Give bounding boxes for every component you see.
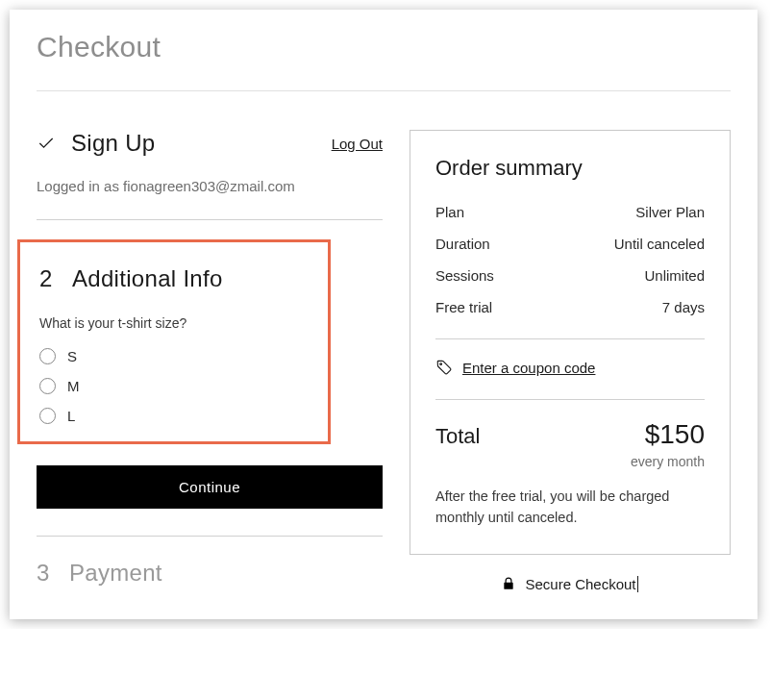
- checkout-page: Checkout Sign Up Log Out Logged in as fi…: [10, 10, 758, 619]
- page-title: Checkout: [37, 31, 731, 63]
- radio-label: L: [67, 408, 75, 424]
- tshirt-question: What is your t-shirt size?: [39, 315, 309, 331]
- summary-value: Until canceled: [614, 236, 705, 252]
- coupon-row: Enter a coupon code: [435, 359, 705, 376]
- step-signup-header: Sign Up Log Out: [37, 130, 383, 157]
- summary-row-plan: Plan Silver Plan: [435, 204, 705, 220]
- total-note: After the free trial, you will be charge…: [435, 487, 705, 529]
- lock-icon: [502, 576, 515, 591]
- radio-label: S: [67, 348, 77, 364]
- summary-label: Duration: [435, 236, 490, 252]
- summary-column: Order summary Plan Silver Plan Duration …: [410, 130, 731, 592]
- radio-circle-icon: [39, 378, 56, 394]
- secure-checkout-row: Secure Checkout: [410, 576, 731, 592]
- summary-label: Sessions: [435, 267, 494, 284]
- step-payment-title: Payment: [69, 560, 162, 587]
- total-frequency: every month: [435, 454, 705, 469]
- total-amount: $150: [645, 419, 705, 450]
- summary-value: 7 days: [662, 299, 705, 315]
- additional-divider: [37, 536, 383, 537]
- step-signup-title: Sign Up: [71, 130, 155, 157]
- logged-in-text: Logged in as fionagreen303@zmail.com: [37, 178, 383, 194]
- logout-link[interactable]: Log Out: [332, 136, 383, 152]
- radio-circle-icon: [39, 408, 56, 424]
- secure-checkout-label: Secure Checkout: [525, 576, 637, 592]
- step-additional-header: 2 Additional Info: [39, 265, 309, 292]
- signup-divider: [37, 219, 383, 220]
- tshirt-radio-group: S M L: [39, 348, 309, 424]
- tag-icon: [435, 359, 453, 376]
- radio-option-s[interactable]: S: [39, 348, 309, 364]
- check-icon: [37, 134, 56, 153]
- step-number-3: 3: [37, 560, 54, 587]
- radio-option-l[interactable]: L: [39, 408, 309, 424]
- header-divider: [37, 90, 731, 91]
- summary-row-sessions: Sessions Unlimited: [435, 267, 705, 284]
- order-summary-box: Order summary Plan Silver Plan Duration …: [410, 130, 731, 555]
- continue-button[interactable]: Continue: [37, 465, 383, 509]
- svg-point-0: [440, 363, 442, 365]
- total-label: Total: [435, 424, 480, 449]
- summary-label: Plan: [435, 204, 464, 220]
- steps-column: Sign Up Log Out Logged in as fionagreen3…: [37, 130, 383, 592]
- summary-value: Silver Plan: [635, 204, 705, 220]
- summary-title: Order summary: [435, 156, 705, 181]
- summary-row-freetrial: Free trial 7 days: [435, 299, 705, 315]
- step-number-2: 2: [39, 265, 57, 292]
- summary-divider-2: [435, 399, 705, 400]
- summary-row-duration: Duration Until canceled: [435, 236, 705, 252]
- step-signup-left: Sign Up: [37, 130, 155, 157]
- total-row: Total $150: [435, 419, 705, 450]
- step-payment-header: 3 Payment: [37, 560, 383, 587]
- summary-divider-1: [435, 338, 705, 339]
- step-additional-info: 2 Additional Info What is your t-shirt s…: [17, 239, 331, 444]
- radio-option-m[interactable]: M: [39, 378, 309, 394]
- main-columns: Sign Up Log Out Logged in as fionagreen3…: [37, 130, 731, 592]
- summary-value: Unlimited: [644, 267, 705, 284]
- radio-label: M: [67, 378, 80, 394]
- radio-circle-icon: [39, 348, 56, 364]
- summary-label: Free trial: [435, 299, 492, 315]
- step-additional-title: Additional Info: [72, 265, 223, 292]
- coupon-link[interactable]: Enter a coupon code: [462, 360, 595, 376]
